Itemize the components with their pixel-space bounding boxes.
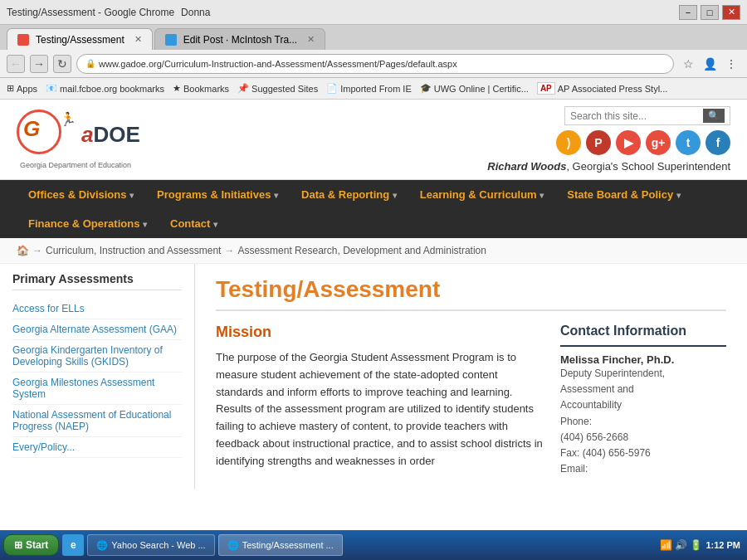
system-tray: 📶 🔊 🔋 — [660, 539, 702, 551]
bookmark-mail[interactable]: 📧 mail.fcboe.org bookmarks — [46, 83, 164, 94]
twitter-icon[interactable]: t — [676, 130, 701, 155]
nav-icons: ☆ 👤 ⋮ — [679, 55, 740, 73]
taskbar-testing-app[interactable]: 🌐 Testing/Assessment ... — [218, 534, 343, 556]
nav-item-data: Data & Reporting ▾ — [290, 180, 408, 209]
apps-icon: ⊞ — [7, 83, 14, 94]
search-button[interactable]: 🔍 — [703, 109, 725, 123]
bookmark-bookmarks[interactable]: ★ Bookmarks — [173, 83, 229, 94]
battery-icon: 🔋 — [690, 539, 702, 551]
contact-section: Contact Information Melissa Fincher, Ph.… — [560, 324, 726, 477]
back-button[interactable]: ← — [7, 55, 25, 73]
settings-button[interactable]: ⋮ — [722, 55, 740, 73]
dropdown-arrow-contact: ▾ — [213, 220, 217, 229]
yahoo-app-icon: 🌐 — [96, 540, 108, 551]
profile-button[interactable]: 👤 — [701, 55, 719, 73]
contact-email-label: Email: — [560, 461, 726, 477]
nav-link-stateboard[interactable]: State Board & Policy ▾ — [555, 180, 692, 209]
bookmark-uwg[interactable]: 🎓 UWG Online | Certific... — [420, 83, 529, 94]
nav-link-finance[interactable]: Finance & Operations ▾ — [17, 209, 159, 238]
mission-section: Mission The purpose of the Georgia Stude… — [216, 324, 544, 477]
minimize-button[interactable]: − — [679, 5, 697, 20]
contact-phone: Phone: (404) 656-2668 — [560, 414, 726, 446]
window-controls: − □ ✕ — [679, 5, 740, 20]
taskbar-time: 1:12 PM — [706, 539, 740, 551]
contact-fax: Fax: (404) 656-5976 — [560, 446, 726, 461]
lock-icon: 🔒 — [85, 59, 95, 68]
forward-button[interactable]: → — [30, 55, 48, 73]
nav-item-programs: Programs & Initiatives ▾ — [145, 180, 290, 209]
nav-link-programs[interactable]: Programs & Initiatives ▾ — [145, 180, 290, 209]
nav-link-offices[interactable]: Offices & Divisions ▾ — [17, 180, 145, 209]
tab-label-2: Edit Post · McIntosh Tra... — [183, 34, 297, 46]
facebook-icon[interactable]: f — [706, 130, 730, 155]
title-bar-user: Donna — [181, 7, 210, 18]
taskbar-ie-icon[interactable]: e — [62, 534, 84, 556]
nav-item-stateboard: State Board & Policy ▾ — [555, 180, 692, 209]
breadcrumb-arrow-2: → — [224, 245, 234, 256]
tab-testing-assessment[interactable]: Testing/Assessment ✕ — [7, 28, 153, 50]
reload-button[interactable]: ↻ — [53, 55, 71, 73]
taskbar-right: 📶 🔊 🔋 1:12 PM — [657, 539, 744, 551]
address-bar[interactable]: 🔒 www.gadoe.org/Curriculum-Instruction-a… — [76, 54, 674, 74]
sidebar-link-access-ells[interactable]: Access for ELLs — [12, 299, 182, 319]
contact-title: Contact Information — [560, 324, 726, 338]
sidebar-link-policy[interactable]: Every/Policy... — [12, 437, 182, 458]
search-bar-container: 🔍 — [564, 106, 730, 125]
bookmark-imported[interactable]: 📄 Imported From IE — [326, 83, 412, 94]
nav-link-data[interactable]: Data & Reporting ▾ — [290, 180, 408, 209]
sidebar-title: Primary Assessments — [12, 272, 182, 290]
taskbar-yahoo-app[interactable]: 🌐 Yahoo Search - Web ... — [87, 534, 214, 556]
browser-title-text: Testing/Assessment - Google Chrome — [7, 7, 174, 18]
superintendent-text: Richard Woods, Georgia's School Superint… — [487, 160, 730, 173]
bookmarks-bar: ⊞ Apps 📧 mail.fcboe.org bookmarks ★ Book… — [0, 78, 747, 100]
bookmark-suggested[interactable]: 📌 Suggested Sites — [237, 83, 318, 94]
logo-doe-text: DOE — [93, 122, 139, 147]
logo-g-letter: G — [23, 116, 40, 142]
mission-title: Mission — [216, 324, 544, 341]
tab-close-1[interactable]: ✕ — [134, 34, 142, 45]
testing-app-icon: 🌐 — [227, 540, 239, 551]
start-windows-icon: ⊞ — [14, 539, 22, 551]
maximize-button[interactable]: □ — [701, 5, 719, 20]
sidebar-link-gaa[interactable]: Georgia Alternate Assessment (GAA) — [12, 319, 182, 340]
tab-close-2[interactable]: ✕ — [307, 34, 315, 45]
contact-role: Deputy Superintendent, Assessment and Ac… — [560, 366, 726, 414]
address-text: www.gadoe.org/Curriculum-Instruction-and… — [99, 59, 457, 69]
search-input[interactable] — [570, 110, 703, 122]
home-icon[interactable]: 🏠 — [17, 245, 29, 256]
main-content: Testing/Assessment Mission The purpose o… — [195, 264, 747, 489]
contact-name: Melissa Fincher, Ph.D. — [560, 353, 726, 366]
mail-icon: 📧 — [46, 83, 57, 94]
tab-edit-post[interactable]: Edit Post · McIntosh Tra... ✕ — [154, 28, 325, 50]
tab-favicon-1 — [17, 34, 29, 46]
logo-runner-icon: 🏃 — [60, 111, 76, 127]
ap-icon: AP — [537, 82, 555, 95]
content-columns: Mission The purpose of the Georgia Stude… — [216, 324, 726, 477]
breadcrumb-current: Assessment Research, Development and Adm… — [237, 245, 486, 256]
sidebar-link-naep[interactable]: National Assessment of Educational Progr… — [12, 405, 182, 437]
bookmark-apps[interactable]: ⊞ Apps — [7, 83, 37, 94]
googleplus-icon[interactable]: g+ — [646, 130, 671, 155]
main-nav: Offices & Divisions ▾ Programs & Initiat… — [0, 180, 747, 238]
title-divider — [216, 309, 726, 311]
nav-item-contact: Contact ▾ — [159, 209, 229, 238]
sidebar-link-milestones[interactable]: Georgia Milestones Assessment System — [12, 373, 182, 405]
nav-link-contact[interactable]: Contact ▾ — [159, 209, 229, 238]
youtube-icon[interactable]: ▶ — [616, 130, 641, 155]
sidebar: Primary Assessments Access for ELLs Geor… — [0, 264, 195, 489]
nav-link-learning[interactable]: Learning & Curriculum ▾ — [408, 180, 555, 209]
time-display: 1:12 PM — [706, 539, 740, 551]
close-button[interactable]: ✕ — [722, 5, 740, 20]
dropdown-arrow-learning: ▾ — [540, 191, 544, 200]
pinterest-icon[interactable]: P — [586, 130, 611, 155]
bookmark-ap[interactable]: AP AP Associated Press Styl... — [537, 82, 667, 95]
sidebar-link-gkids[interactable]: Georgia Kindergarten Inventory of Develo… — [12, 340, 182, 373]
bookmark-star-button[interactable]: ☆ — [679, 55, 697, 73]
tab-label-1: Testing/Assessment — [36, 34, 124, 46]
start-button[interactable]: ⊞ Start — [3, 534, 59, 556]
rss-icon[interactable]: ) — [556, 130, 581, 155]
site-header: G 🏃 aDOE Georgia Department of Education… — [0, 100, 747, 180]
breadcrumb-link-1[interactable]: Curriculum, Instruction and Assessment — [46, 245, 221, 256]
dropdown-arrow-programs: ▾ — [274, 191, 278, 200]
social-icons: ) P ▶ g+ t f — [556, 130, 730, 155]
